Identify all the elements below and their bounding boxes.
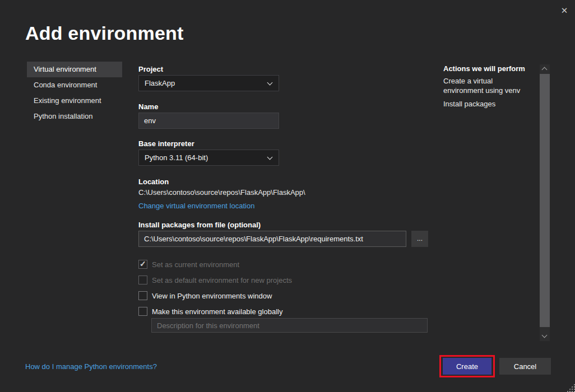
environment-type-list: Virtual environment Conda environment Ex…	[27, 62, 122, 124]
sidebar-item-existing-environment[interactable]: Existing environment	[27, 93, 122, 109]
actions-panel-title: Actions we will perform	[443, 64, 534, 73]
scroll-down-icon[interactable]	[540, 332, 550, 341]
set-default-environment-checkbox[interactable]	[138, 276, 147, 284]
set-current-environment-checkbox[interactable]	[138, 260, 147, 269]
chevron-down-icon	[267, 155, 273, 160]
view-environments-window-checkbox[interactable]	[138, 291, 147, 300]
chevron-down-icon	[267, 80, 273, 86]
resize-grip[interactable]	[567, 384, 575, 392]
install-packages-label: Install packages from file (optional)	[138, 221, 261, 229]
name-input[interactable]	[138, 113, 279, 129]
project-dropdown[interactable]: FlaskApp	[138, 75, 279, 91]
location-path: C:\Users\contoso\source\repos\FlaskApp\F…	[138, 188, 305, 197]
close-icon[interactable]: ✕	[558, 4, 571, 17]
checkbox-label: Make this environment available globally	[152, 307, 282, 316]
sidebar-item-virtual-environment[interactable]: Virtual environment	[27, 62, 122, 77]
scrollbar-thumb[interactable]	[540, 74, 550, 327]
scroll-up-icon[interactable]	[540, 64, 550, 73]
actions-panel-item: Install packages	[443, 99, 534, 109]
change-location-link[interactable]: Change virtual environment location	[138, 202, 254, 210]
checkbox-row-view-environments: View in Python environments window	[138, 291, 272, 301]
base-interpreter-dropdown-value: Python 3.11 (64-bit)	[145, 153, 208, 162]
checkbox-label: Set as current environment	[152, 260, 239, 269]
checkbox-label: View in Python environments window	[152, 292, 272, 300]
project-dropdown-value: FlaskApp	[145, 79, 175, 87]
checkbox-row-available-globally: Make this environment available globally	[138, 306, 282, 316]
sidebar-item-conda-environment[interactable]: Conda environment	[27, 77, 122, 93]
scrollbar[interactable]	[540, 64, 550, 341]
description-input[interactable]	[151, 318, 428, 333]
checkbox-row-set-default: Set as default environment for new proje…	[138, 275, 292, 285]
dialog-title: Add environment	[25, 22, 184, 44]
cancel-button[interactable]: Cancel	[499, 358, 551, 375]
checkbox-label: Set as default environment for new proje…	[152, 276, 292, 284]
browse-button[interactable]: ...	[411, 231, 428, 247]
available-globally-checkbox[interactable]	[138, 307, 147, 316]
actions-panel-item: Create a virtual environment using venv	[443, 76, 534, 95]
name-label: Name	[138, 102, 158, 111]
base-interpreter-dropdown[interactable]: Python 3.11 (64-bit)	[138, 150, 279, 166]
add-environment-dialog: Add environment ✕ Virtual environment Co…	[0, 0, 575, 392]
location-label: Location	[138, 178, 169, 186]
sidebar-item-python-installation[interactable]: Python installation	[27, 109, 122, 124]
requirements-file-input[interactable]	[138, 231, 406, 247]
project-label: Project	[138, 65, 163, 73]
actions-panel: Actions we will perform Create a virtual…	[443, 64, 534, 113]
help-link[interactable]: How do I manage Python environments?	[25, 362, 157, 371]
create-button[interactable]: Create	[443, 358, 491, 375]
base-interpreter-label: Base interpreter	[138, 139, 194, 148]
checkbox-row-set-current: Set as current environment	[138, 259, 239, 269]
